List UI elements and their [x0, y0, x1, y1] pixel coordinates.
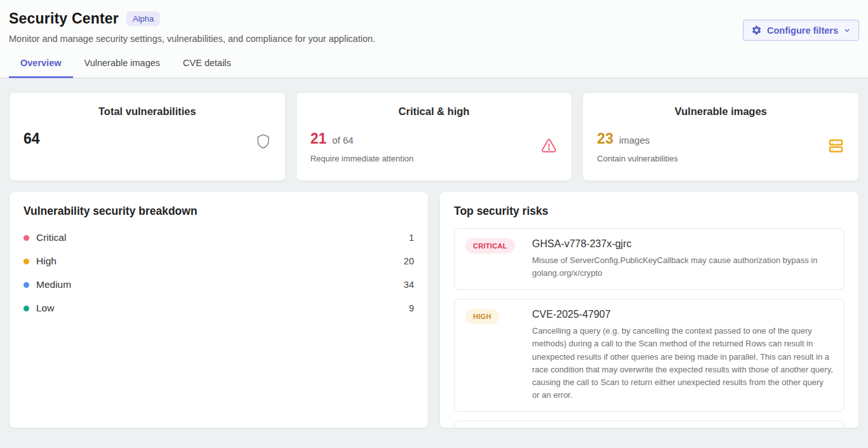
- risk-description: Misuse of ServerConfig.PublicKeyCallback…: [532, 254, 833, 280]
- breakdown-title: Vulnerability security breakdown: [23, 205, 414, 218]
- page-title: Security Center: [9, 10, 119, 27]
- configure-filters-button[interactable]: Configure filters: [743, 20, 859, 41]
- risk-card-cve-2025-47907[interactable]: HIGH CVE-2025-47907 Cancelling a query (…: [454, 299, 845, 412]
- stat-subtext: [23, 154, 255, 154]
- risk-list: CRITICAL GHSA-v778-237x-gjrc Misuse of S…: [454, 228, 845, 428]
- stat-card-title: Vulnerable images: [597, 105, 845, 118]
- vulnerable-images-value: 23: [597, 130, 613, 147]
- server-icon: [827, 137, 845, 157]
- breakdown-list: Critical 1 High 20 Medium 34 Low 9: [23, 232, 414, 314]
- risk-card-cve-2025-9086[interactable]: HIGH CVE-2025-9086: [454, 421, 845, 428]
- breakdown-row-high: High 20: [23, 255, 414, 267]
- vulnerability-breakdown-panel: Vulnerability security breakdown Critica…: [9, 191, 429, 428]
- stat-subtext: Contain vulnerabilities: [597, 154, 827, 163]
- stat-card-critical-high: Critical & high 21 of 64 Require immedia…: [296, 92, 573, 181]
- total-vulnerabilities-value: 64: [23, 130, 40, 147]
- page-header: Security Center Alpha Configure filters …: [0, 0, 868, 78]
- top-risks-title: Top security risks: [454, 205, 845, 218]
- stat-suffix: images: [619, 135, 650, 146]
- low-dot-icon: [23, 306, 29, 311]
- stat-card-title: Critical & high: [310, 105, 558, 118]
- stat-card-total-vulnerabilities: Total vulnerabilities 64: [9, 92, 286, 181]
- tab-cve-details[interactable]: CVE details: [171, 58, 243, 78]
- severity-badge: HIGH: [465, 309, 499, 324]
- stat-subtext: Require immediate attention: [310, 154, 541, 163]
- risk-id: CVE-2025-47907: [532, 309, 833, 320]
- warning-icon: [540, 137, 558, 157]
- stat-card-vulnerable-images: Vulnerable images 23 images Contain vuln…: [582, 92, 859, 181]
- high-dot-icon: [23, 259, 29, 264]
- chevron-down-icon: [843, 27, 851, 34]
- tab-bar: Overview Vulnerable images CVE details: [9, 58, 859, 78]
- severity-badge: CRITICAL: [465, 238, 515, 254]
- critical-dot-icon: [23, 235, 29, 241]
- panel-row: Vulnerability security breakdown Critica…: [9, 191, 859, 428]
- shield-icon: [255, 133, 271, 152]
- top-security-risks-panel: Top security risks CRITICAL GHSA-v778-23…: [439, 191, 859, 428]
- configure-filters-label: Configure filters: [767, 25, 838, 36]
- breakdown-row-low: Low 9: [23, 302, 414, 314]
- tab-vulnerable-images[interactable]: Vulnerable images: [73, 58, 172, 78]
- stat-card-title: Total vulnerabilities: [23, 105, 271, 118]
- risk-id: GHSA-v778-237x-gjrc: [532, 238, 833, 250]
- risk-card-ghsa-v778-237x-gjrc[interactable]: CRITICAL GHSA-v778-237x-gjrc Misuse of S…: [454, 228, 845, 290]
- page-subtitle: Monitor and manage security settings, vu…: [9, 34, 859, 44]
- breakdown-row-critical: Critical 1: [23, 232, 414, 243]
- gear-icon: [751, 25, 762, 36]
- stat-card-row: Total vulnerabilities 64 Critical & high: [9, 92, 859, 181]
- critical-high-value: 21: [310, 130, 327, 147]
- content-area: Total vulnerabilities 64 Critical & high: [0, 78, 868, 428]
- breakdown-row-medium: Medium 34: [23, 279, 414, 290]
- stat-suffix: of 64: [332, 135, 353, 146]
- tab-overview[interactable]: Overview: [9, 58, 73, 78]
- risk-description: Cancelling a query (e.g. by cancelling t…: [532, 325, 833, 402]
- medium-dot-icon: [23, 282, 29, 288]
- alpha-badge: Alpha: [126, 11, 160, 26]
